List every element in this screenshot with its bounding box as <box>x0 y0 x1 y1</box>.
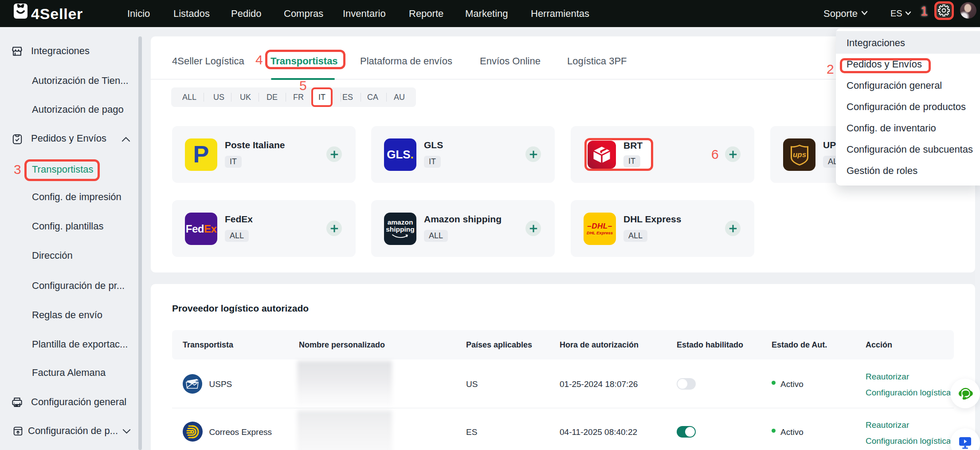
svg-text:ups: ups <box>793 150 806 159</box>
